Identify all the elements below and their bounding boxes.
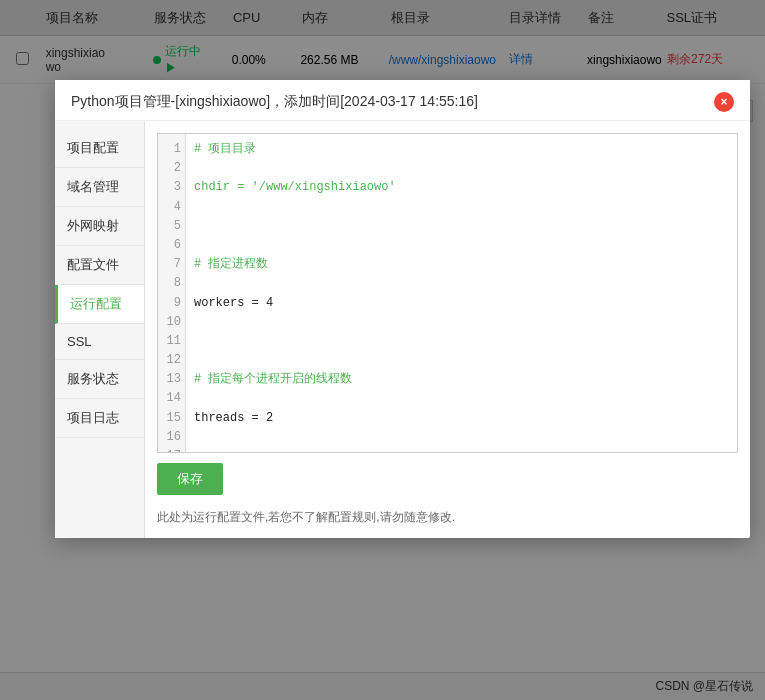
modal-sidebar: 项目配置 域名管理 外网映射 配置文件 运行配置 SSL 服务状态 项目日志 — [55, 121, 145, 538]
sidebar-item-external-map[interactable]: 外网映射 — [55, 207, 144, 246]
sidebar-item-project-config[interactable]: 项目配置 — [55, 129, 144, 168]
modal-title-bar: Python项目管理-[xingshixiaowo]，添加时间[2024-03-… — [55, 80, 750, 121]
modal-body: 项目配置 域名管理 外网映射 配置文件 运行配置 SSL 服务状态 项目日志 — [55, 121, 750, 538]
sidebar-item-ssl[interactable]: SSL — [55, 324, 144, 360]
sidebar-item-project-log[interactable]: 项目日志 — [55, 399, 144, 438]
save-button-container: 保存 — [157, 463, 738, 495]
sidebar-item-domain-mgmt[interactable]: 域名管理 — [55, 168, 144, 207]
modal-dialog: Python项目管理-[xingshixiaowo]，添加时间[2024-03-… — [55, 80, 750, 538]
sidebar-item-config-file[interactable]: 配置文件 — [55, 246, 144, 285]
sidebar-item-service-status[interactable]: 服务状态 — [55, 360, 144, 399]
save-button[interactable]: 保存 — [157, 463, 223, 495]
modal-close-button[interactable]: × — [714, 92, 734, 112]
modal-title: Python项目管理-[xingshixiaowo]，添加时间[2024-03-… — [71, 93, 478, 111]
sidebar-item-run-config[interactable]: 运行配置 — [55, 285, 144, 324]
code-content[interactable]: # 项目目录 chdir = '/www/xingshixiaowo' # 指定… — [186, 134, 737, 452]
modal-footer-note: 此处为运行配置文件,若您不了解配置规则,请勿随意修改. — [157, 509, 738, 526]
line-numbers: 12345 678910 1112131415 1617181920 2122 — [158, 134, 186, 452]
code-editor[interactable]: 12345 678910 1112131415 1617181920 2122 … — [157, 133, 738, 453]
modal-content: 12345 678910 1112131415 1617181920 2122 … — [145, 121, 750, 538]
